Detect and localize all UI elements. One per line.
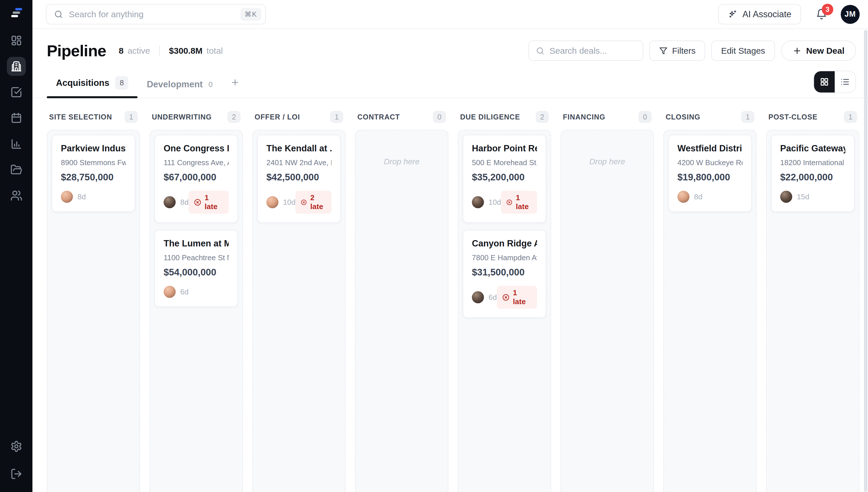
days-in-stage: 10d [489,198,501,207]
edit-stages-button[interactable]: Edit Stages [711,41,775,61]
grid-view-button[interactable] [814,71,835,93]
search-icon [54,10,63,19]
days-in-stage: 6d [180,288,189,296]
deal-card[interactable]: Harbor Point Re... 500 E Morehead St, ..… [463,135,546,223]
notifications-button[interactable]: 3 [815,8,827,20]
gear-icon [10,440,22,452]
deal-price: $67,000,000 [164,172,229,183]
board-column: UNDERWRITING 2 One Congress P... 111 Con… [150,111,243,492]
column-name: SITE SELECTION [49,113,112,121]
filter-icon [659,47,668,55]
column-header: UNDERWRITING 2 [150,111,243,123]
column-name: DUE DILIGENCE [460,113,520,121]
late-badge: 2 late [295,191,332,214]
deal-search-input[interactable] [550,46,636,56]
tab-acquisitions[interactable]: Acquisitions 8 [47,76,137,98]
column-dropzone[interactable]: Westfield Distri... 4200 W Buckeye Rd,..… [663,130,757,492]
tabs-row: Acquisitions 8 Development 0 [32,61,868,98]
filters-button[interactable]: Filters [649,41,706,61]
column-name: POST-CLOSE [768,113,817,121]
deal-footer: 6d 1 late [472,286,537,309]
days-in-stage: 10d [283,198,295,207]
sidebar-item-folder[interactable] [7,160,26,179]
circle-x-icon [506,198,512,206]
column-dropzone[interactable]: One Congress P... 111 Congress Ave, Au..… [150,130,243,492]
sparkles-icon [728,9,738,19]
column-name: UNDERWRITING [152,113,212,121]
column-dropzone[interactable]: Pacific Gateway ... 18200 International … [766,130,859,492]
vertical-scrollbar[interactable] [864,30,867,492]
deal-footer: 10d 2 late [266,191,332,214]
deal-price: $42,500,000 [266,172,332,183]
global-search[interactable]: ⌘K [46,4,266,24]
ai-associate-label: AI Associate [742,9,791,20]
deal-card[interactable]: One Congress P... 111 Congress Ave, Au..… [154,135,238,223]
dashboard-icon [10,34,22,47]
board-column: CLOSING 1 Westfield Distri... 4200 W Buc… [663,111,757,492]
filters-label: Filters [672,46,696,56]
sidebar-item-logout[interactable] [7,464,26,484]
tasks-icon [10,86,22,98]
plus-icon [792,46,802,55]
sidebar-item-dashboard[interactable] [7,31,26,50]
column-header: SITE SELECTION 1 [47,111,140,123]
user-avatar[interactable]: JM [841,5,860,24]
days-in-stage: 15d [797,192,809,201]
active-label: active [127,46,150,56]
new-deal-label: New Deal [806,46,844,56]
add-tab-button[interactable] [222,78,248,98]
deal-card[interactable]: Canyon Ridge A... 7800 E Hampden Av... $… [463,230,546,318]
deal-title: Westfield Distri... [677,143,742,154]
column-dropzone[interactable]: Drop here [355,130,448,492]
tab-count-badge: 8 [115,76,128,90]
global-search-input[interactable] [69,9,235,19]
deal-title: Pacific Gateway ... [780,143,845,154]
page-header: Pipeline 8 active $300.8M total Filters [32,29,868,61]
sidebar-item-tasks[interactable] [7,83,26,102]
deal-title: Parkview Indust... [61,143,126,154]
sidebar-nav [7,31,26,205]
list-view-button[interactable] [835,71,856,93]
assignee-avatar [266,196,279,208]
tab-development[interactable]: Development 0 [137,79,221,98]
column-header: CONTRACT 0 [355,111,448,123]
ai-associate-button[interactable]: AI Associate [718,4,801,24]
column-dropzone[interactable]: Drop here [560,130,654,492]
sidebar-item-gear[interactable] [7,437,26,456]
deal-price: $28,750,000 [61,172,126,183]
deal-card[interactable]: The Kendall at ... 2401 NW 2nd Ave, Mi..… [257,135,341,223]
board-column: CONTRACT 0 Drop here [355,111,448,492]
column-count-badge: 2 [227,111,240,123]
sidebar-item-users[interactable] [7,186,26,205]
column-dropzone[interactable]: The Kendall at ... 2401 NW 2nd Ave, Mi..… [252,130,346,492]
sidebar-item-calendar[interactable] [7,108,26,127]
column-count-badge: 2 [535,111,549,123]
assignee-avatar [677,191,689,203]
header-actions: Filters Edit Stages New Deal [528,41,856,61]
column-dropzone[interactable]: Parkview Indust... 8900 Stemmons Fwy... … [47,130,140,492]
late-label: 2 late [310,193,326,211]
list-view-icon [840,77,850,87]
column-dropzone[interactable]: Harbor Point Re... 500 E Morehead St, ..… [458,130,551,492]
assignee-avatar [472,196,484,208]
new-deal-button[interactable]: New Deal [781,41,856,61]
sidebar-item-building[interactable] [7,57,26,76]
deal-address: 1100 Peachtree St N... [164,253,229,262]
deal-search[interactable] [528,41,643,61]
column-name: OFFER / LOI [255,113,300,121]
deal-card[interactable]: Pacific Gateway ... 18200 International … [771,135,854,212]
search-icon [536,47,545,55]
deal-card[interactable]: Parkview Indust... 8900 Stemmons Fwy... … [52,135,135,212]
deal-card[interactable]: The Lumen at M... 1100 Peachtree St N...… [154,230,238,307]
app-logo [10,7,23,18]
tab-label: Development [147,79,203,90]
column-header: OFFER / LOI 1 [252,111,346,123]
column-header: FINANCING 0 [560,111,654,123]
deal-price: $54,000,000 [164,267,229,278]
circle-x-icon [300,198,307,206]
sidebar-item-bar-chart[interactable] [7,134,26,153]
column-count-badge: 1 [330,111,343,123]
late-badge: 1 late [501,191,537,214]
column-count-badge: 0 [638,111,652,123]
deal-card[interactable]: Westfield Distri... 4200 W Buckeye Rd,..… [668,135,752,212]
